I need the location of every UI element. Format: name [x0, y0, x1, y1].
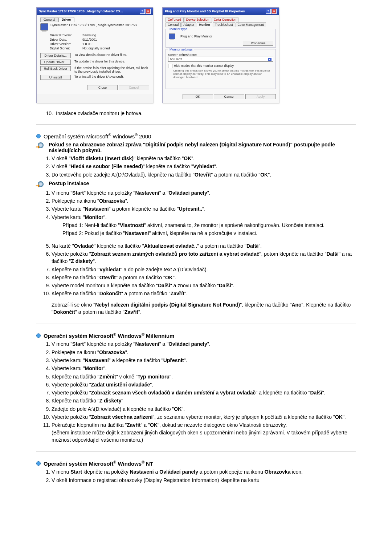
cancel-button[interactable]: Cancel	[214, 94, 244, 99]
label-provider: Driver Provider:	[50, 33, 82, 37]
tab-general[interactable]: General	[40, 17, 58, 22]
help-icon[interactable]: ?	[266, 9, 271, 14]
close-icon[interactable]: ×	[146, 9, 151, 14]
monitor-properties-dialog: Plug and Play Monitor and 3D Prophet III…	[162, 7, 279, 103]
group-monitor-settings: Monitor settings	[168, 48, 194, 51]
heading-win2000: Operační systém Microsoft® Windows® 2000	[44, 133, 151, 139]
divider	[36, 324, 356, 324]
tab-device-selection[interactable]: Device Selection	[184, 17, 211, 22]
monitor-type-value: Plug and Play Monitor	[180, 35, 212, 38]
disc-arrow-icon: ➜	[36, 181, 45, 188]
bullet-icon	[36, 461, 41, 466]
bullet-icon	[36, 134, 41, 138]
dialog-title: SyncMaster 171S/ 175S/ 170S , MagicSyncM…	[39, 9, 123, 13]
driver-details-button[interactable]: Driver Details...	[40, 53, 71, 58]
monitor-icon	[40, 23, 48, 31]
step-number: 10.	[44, 110, 53, 116]
uninstall-desc: To uninstall the driver (Advanced).	[74, 75, 124, 78]
uninstall-button[interactable]: Uninstall	[40, 75, 71, 80]
heading-winme: Operační systém Microsoft® Windows® Mill…	[44, 332, 174, 339]
apply-button: Apply	[245, 94, 276, 99]
group-monitor-type: Monitor type	[168, 27, 189, 31]
driver-details-desc: To view details about the driver files.	[74, 53, 127, 57]
tab-general[interactable]: General	[166, 22, 181, 27]
monitor-icon	[169, 33, 175, 39]
update-driver-button[interactable]: Update Driver...	[40, 60, 71, 65]
label-date: Driver Date:	[50, 38, 82, 41]
rollback-driver-button[interactable]: Roll Back Driver	[40, 66, 71, 71]
tab-adapter[interactable]: Adapter	[181, 22, 196, 27]
win2000-install-steps-cont: Na kartě "Ovladač" klepněte na tlačítko …	[36, 242, 356, 297]
win2000-sig-steps: V okně "Vložit disketu (Insert disk)" kl…	[36, 155, 356, 178]
cancel-button: Cancel	[119, 85, 149, 90]
refresh-rate-value: 60 Hertz	[170, 57, 182, 61]
screenshots-row: SyncMaster 171S/ 175S/ 170S , MagicSyncM…	[36, 7, 356, 103]
rollback-driver-desc: If the device fails after updating the d…	[74, 66, 149, 73]
tab-monitor[interactable]: Monitor	[197, 22, 212, 27]
hide-modes-label: Hide modes that this monitor cannot disp…	[174, 64, 234, 68]
value-date: 9/11/2001	[82, 38, 97, 41]
refresh-rate-label: Screen refresh rate:	[168, 53, 273, 57]
tab-color-correction[interactable]: Color Correction	[212, 17, 238, 22]
hide-modes-note: Clearing this check box allows you to se…	[173, 69, 273, 79]
disc-arrow-icon: ➜	[36, 142, 45, 149]
dialog-title: Plug and Play Monitor and 3D Prophet III…	[165, 9, 245, 13]
label-version: Driver Version:	[50, 42, 82, 46]
properties-button[interactable]: Properties	[243, 41, 273, 46]
driver-header: SyncMaster 171S/ 175S/ 170S , MagicSyncM…	[50, 23, 137, 27]
winnt-steps: V menu Start klepněte na položky Nastave…	[36, 468, 356, 484]
heading-winnt: Operační systém Microsoft® Windows® NT	[44, 460, 153, 467]
help-icon[interactable]: ?	[140, 9, 145, 14]
update-driver-desc: To update the driver for this device.	[74, 60, 125, 63]
install-procedure-heading: Postup instalace	[49, 181, 89, 186]
chevron-down-icon: ▾	[268, 58, 271, 61]
hide-modes-checkbox[interactable]	[168, 64, 172, 68]
value-version: 1.0.0.0	[82, 42, 93, 46]
divider	[36, 124, 356, 125]
close-button[interactable]: Close	[87, 85, 118, 90]
tab-color-management[interactable]: Color Management	[236, 22, 266, 27]
step-text: Instalace ovladače monitoru je hotova.	[56, 110, 143, 116]
winme-steps: V menu "Start" klepněte na položky "Nast…	[36, 340, 356, 443]
warning-text: Pokud se na obrazovce zobrazí zpráva "Di…	[49, 142, 356, 153]
value-signer: Not digitally signed	[82, 46, 110, 50]
ok-button[interactable]: OK	[183, 94, 213, 99]
tab-troubleshoot[interactable]: Troubleshoot	[213, 22, 235, 27]
value-provider: Samsung	[82, 33, 96, 37]
driver-properties-dialog: SyncMaster 171S/ 175S/ 170S , MagicSyncM…	[36, 7, 153, 103]
label-signer: Digital Signer:	[50, 46, 82, 50]
refresh-rate-dropdown[interactable]: 60 Hertz ▾	[168, 57, 273, 62]
close-icon[interactable]: ×	[271, 9, 277, 14]
tab-geforce3[interactable]: GeForce3	[166, 17, 184, 22]
tab-driver[interactable]: Driver	[58, 17, 74, 22]
bullet-icon	[36, 333, 41, 338]
win2000-note: Zobrazí-li se okno "Nebyl nalezen digitá…	[52, 301, 356, 316]
win2000-install-steps: V menu "Start" klepněte na položky "Nast…	[36, 189, 356, 237]
divider	[36, 451, 356, 452]
step-10-line: 10. Instalace ovladače monitoru je hotov…	[44, 110, 356, 116]
